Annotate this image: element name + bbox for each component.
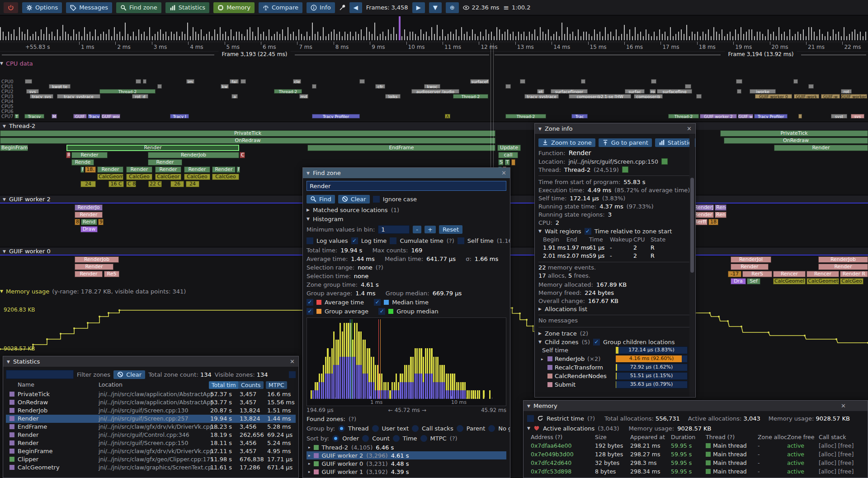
- child-zone-row[interactable]: RecalcTransform72.92 μs (1.62%): [538, 364, 692, 372]
- cpu-zone[interactable]: GUIF wor: [101, 114, 120, 118]
- statistics-row[interactable]: BeginFramejni/../jni/src/claw/gfx/drv/vk…: [6, 447, 296, 455]
- cpu-zone[interactable]: iworke: [750, 89, 776, 94]
- mem-col-6[interactable]: Zone free: [787, 434, 814, 440]
- child-zone-row[interactable]: Self time172.14 μs (3.83%): [538, 346, 692, 355]
- cpu-zone[interactable]: tracy_systrace: [57, 94, 100, 99]
- mem-col-3[interactable]: Duration: [671, 434, 695, 440]
- restrict-time-checkbox[interactable]: [527, 415, 534, 422]
- find-zone-histogram[interactable]: 1 ms10 ms: [307, 317, 506, 406]
- col-mtpc[interactable]: MTPC: [266, 381, 287, 389]
- mem-col-2[interactable]: Appeared at: [630, 434, 665, 440]
- timeline-zone[interactable]: RenderJ: [693, 204, 714, 211]
- timeline-zone[interactable]: F: [80, 166, 84, 173]
- expand-icon[interactable]: ▸: [308, 453, 311, 458]
- timeline-zone[interactable]: PrivateTick: [0, 130, 495, 137]
- close-icon[interactable]: ✕: [501, 170, 506, 176]
- timeline-zone[interactable]: 9: [98, 219, 104, 225]
- timeline-zone[interactable]: Dra: [731, 278, 746, 284]
- allocation-row[interactable]: 0x7dfaa64e00192 bytes298.21 ms59.95 sMai…: [527, 441, 864, 450]
- collapse-icon[interactable]: ▼: [538, 127, 542, 131]
- timeline-zone[interactable]: R: [66, 152, 71, 158]
- toolbar-button-messages[interactable]: Messages: [66, 2, 112, 13]
- timeline-zone[interactable]: call: [498, 152, 518, 158]
- cpu-zone[interactable]: composer@2.1-se [HW: [569, 94, 631, 99]
- histogram-toggle[interactable]: ▼Histogram: [307, 214, 506, 223]
- next-frame-button[interactable]: ▶: [412, 2, 425, 13]
- expand-icon[interactable]: ▸: [308, 461, 311, 466]
- cpu-zone[interactable]: GUIF-w: [821, 94, 840, 99]
- timeline-zone[interactable]: OnRedraw: [724, 137, 868, 144]
- timeline-zone[interactable]: RenderJob: [818, 256, 868, 263]
- found-zone-group[interactable]: ▸GUIF worker 0(3,231)4.48 s: [307, 459, 506, 468]
- cpu-zone[interactable]: md: [299, 94, 308, 99]
- timeline-zone[interactable]: Render R: [840, 271, 868, 277]
- toolbar-button-compare[interactable]: Compare: [259, 2, 302, 13]
- cpu-zone[interactable]: kwoc: [424, 84, 440, 89]
- find-button[interactable]: Find: [307, 195, 335, 204]
- cpu-zone[interactable]: sys: [26, 89, 39, 94]
- cpu-zone[interactable]: surfaceflinger: [551, 89, 588, 94]
- child-zones-toggle[interactable]: ▼: [538, 340, 542, 344]
- radio-time[interactable]: [393, 435, 400, 442]
- cpu-zone[interactable]: Tracy: [88, 114, 100, 118]
- timeline-zone[interactable]: Render: [693, 212, 714, 218]
- timeline-zone[interactable]: 16 C: [108, 181, 124, 187]
- checkbox-self-time[interactable]: [458, 237, 464, 244]
- scrollbar[interactable]: [689, 134, 695, 397]
- cpu-zone[interactable]: rot: [841, 89, 852, 94]
- help-icon[interactable]: (?): [450, 435, 458, 442]
- cpu-zone[interactable]: surfacefling: [657, 89, 692, 94]
- active-allocations-toggle[interactable]: ▼: [527, 426, 530, 431]
- cpu-zone[interactable]: [241, 79, 246, 84]
- cpu-zone[interactable]: [520, 79, 525, 84]
- statistics-table-header[interactable]: Name Location Total tim Counts MTPC: [6, 380, 296, 390]
- timeline-zone[interactable]: F: [236, 166, 240, 173]
- timeline-zone[interactable]: Render: [97, 166, 123, 173]
- timeline-zone[interactable]: C 8: [126, 181, 136, 187]
- timeline-zone[interactable]: Sef: [747, 278, 760, 284]
- timeline-zone[interactable]: RenderJol: [731, 256, 771, 263]
- cpu-zone[interactable]: [696, 94, 702, 99]
- statistics-row[interactable]: Clipperjni/../jni/src/claw/gfx/geo/Clipp…: [6, 455, 296, 464]
- found-zone-group[interactable]: ▸Thread-2(4,105)6.46 s: [307, 443, 506, 451]
- mem-col-7[interactable]: Call stack: [819, 434, 846, 440]
- radio-call-stacks[interactable]: [412, 425, 419, 432]
- memory-usage-section-header[interactable]: ▼ Memory usage (y-range: 178.27 KB, visi…: [0, 288, 186, 295]
- child-zone-row[interactable]: CalcRenderNodes51.51 μs (1.15%): [538, 372, 692, 381]
- matched-source-locations-toggle[interactable]: ▶Matched source locations(1): [307, 205, 506, 214]
- cpu-zone[interactable]: audioserver /audio: [411, 89, 459, 94]
- timeline-zone[interactable]: Rencer: [773, 271, 806, 277]
- timeline-zone[interactable]: BeginFrame: [0, 145, 28, 151]
- close-icon[interactable]: ✕: [290, 358, 295, 365]
- cpu-zone[interactable]: [736, 79, 742, 84]
- cpu-zone[interactable]: GUIF-work: [794, 94, 819, 99]
- cpu-zone[interactable]: composer@: [634, 94, 663, 99]
- checkbox-log-time[interactable]: [351, 237, 358, 244]
- col-counts[interactable]: Counts: [238, 381, 264, 389]
- timeline-zone[interactable]: CalcGeo: [212, 174, 239, 180]
- timeline-zone[interactable]: CalcGeor: [155, 174, 181, 180]
- statistics-row[interactable]: CalcGeometryjni/../jni/src/claw/graphics…: [6, 464, 296, 472]
- location-value[interactable]: jni/../jni/src/guif/Screen.cpp:150: [568, 158, 658, 165]
- min-bin-increase-button[interactable]: +: [425, 226, 436, 233]
- timeline-zone[interactable]: 24: [80, 181, 96, 187]
- timeline-zone[interactable]: RenderJo: [75, 204, 103, 211]
- cpu-zone[interactable]: surfac: [625, 89, 645, 94]
- collapse-icon[interactable]: ▼: [7, 360, 10, 364]
- toolbar-button-info[interactable]: Info: [307, 2, 335, 13]
- cpu-zone[interactable]: kw: [221, 84, 229, 89]
- toolbar-button-options[interactable]: Options: [22, 2, 62, 13]
- toolbar-button-statistics[interactable]: Statistics: [165, 2, 209, 13]
- cpu-zone[interactable]: [136, 79, 141, 84]
- expand-icon[interactable]: ▸: [308, 469, 311, 474]
- cpu-zone[interactable]: Thread-2: [453, 94, 488, 99]
- cpu-zone[interactable]: [143, 79, 146, 84]
- found-zone-group[interactable]: ▸GUIF worker 2(3,296)4.61 s: [307, 451, 506, 459]
- cpu-zone[interactable]: [359, 79, 365, 84]
- col-total-time[interactable]: Total tim: [209, 381, 239, 389]
- close-icon[interactable]: ✕: [841, 402, 846, 409]
- memory-titlebar[interactable]: ▼ Memory ✕: [524, 401, 868, 411]
- cpu-zone[interactable]: cfr: [375, 84, 385, 89]
- cpu-zone[interactable]: im: [186, 79, 194, 84]
- zoom-to-zone-button[interactable]: Zoom to zone: [538, 138, 595, 147]
